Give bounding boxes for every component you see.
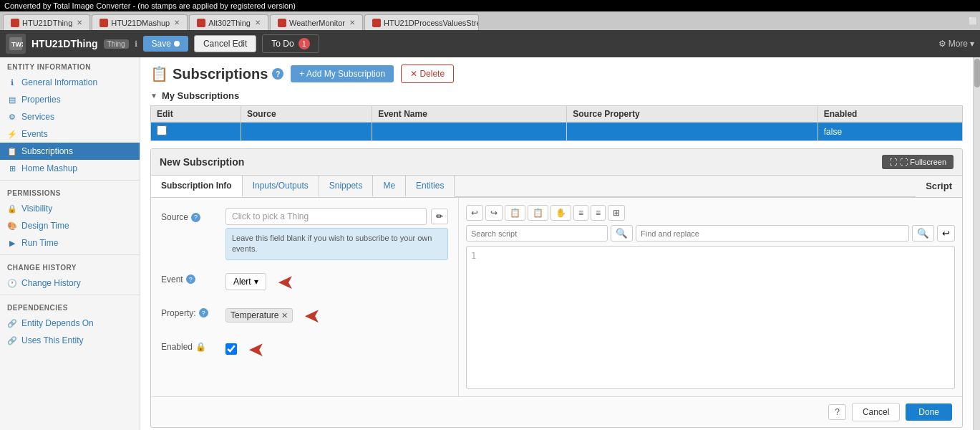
thing-picker[interactable]: Click to pick a Thing (225, 208, 427, 225)
tab-subscription-info[interactable]: Subscription Info (151, 176, 243, 197)
permissions-header: Permissions (0, 183, 140, 200)
script-side: ↩ ↪ 📋 📋 ✋ ≡ ≡ ⊞ 🔍 🔍 (459, 198, 962, 396)
undo-button[interactable]: ↩ (466, 205, 483, 221)
info-icon[interactable]: ℹ (135, 39, 137, 49)
property-red-arrow: ➤ (304, 304, 321, 328)
browser-tabs: HTU21DThing ✕ HTU21DMashup ✕ Alt302Thing… (0, 11, 980, 30)
dependencies-header: Dependencies (0, 298, 140, 315)
property-row: Property: ? Temperature ✕ ➤ (161, 304, 448, 328)
table-row[interactable]: false (151, 123, 963, 141)
tabs-bar: Subscription Info Inputs/Outputs Snippet… (151, 176, 962, 198)
sidebar-item-entity-depends-on[interactable]: 🔗 Entity Depends On (0, 315, 140, 332)
collapse-arrow-icon[interactable]: ▼ (150, 92, 157, 100)
event-help-icon[interactable]: ? (186, 274, 195, 284)
todo-badge: 1 (299, 38, 310, 49)
sidebar-item-run-time[interactable]: ▶ Run Time (0, 234, 140, 252)
page-title: 📋 Subscriptions ? (150, 65, 283, 82)
more-button[interactable]: ⚙ More ▾ (938, 39, 974, 49)
bottom-cancel-button[interactable]: Cancel (852, 403, 900, 421)
subscriptions-help-icon[interactable]: ? (272, 68, 283, 80)
sidebar-item-subscriptions[interactable]: 📋 Subscriptions (0, 143, 140, 160)
fullscreen-button[interactable]: ⛶ ⛶ Fullscreen (882, 155, 954, 169)
source-control: Click to pick a Thing ✏ Leave this field… (225, 208, 448, 260)
sidebar-item-general-information[interactable]: ℹ General Information (0, 74, 140, 91)
delete-button[interactable]: ✕ Delete (401, 64, 454, 83)
sidebar-item-visibility[interactable]: 🔒 Visibility (0, 200, 140, 217)
tab-close-icon[interactable]: ✕ (349, 19, 355, 27)
source-help-icon[interactable]: ? (191, 213, 200, 222)
new-subscription-title: New Subscription (160, 156, 244, 168)
sidebar-label: Subscriptions (21, 146, 73, 156)
sidebar-label: Run Time (21, 238, 58, 248)
tab-inputs-outputs[interactable]: Inputs/Outputs (243, 176, 319, 197)
sidebar-item-events[interactable]: ⚡ Events (0, 125, 140, 143)
converter-banner: Converted by Total Image Converter - (no… (0, 0, 980, 11)
todo-button[interactable]: To Do 1 (262, 34, 319, 53)
sidebar-divider-2 (0, 254, 140, 255)
tab-weathermonitor[interactable]: WeatherMonitor ✕ (270, 14, 363, 30)
tab-close-icon[interactable]: ✕ (174, 19, 180, 27)
hand-button[interactable]: ✋ (550, 205, 571, 221)
cell-source-property (567, 123, 818, 141)
script-toolbar: ↩ ↪ 📋 📋 ✋ ≡ ≡ ⊞ (466, 205, 955, 221)
paste-button[interactable]: 📋 (528, 205, 548, 221)
sidebar-item-services[interactable]: ⚙ Services (0, 108, 140, 125)
enabled-checkbox[interactable] (225, 343, 237, 355)
event-dropdown[interactable]: Alert ▾ (225, 273, 266, 290)
add-subscription-button[interactable]: + Add My Subscription (291, 65, 394, 82)
enabled-row: Enabled 🔒 ➤ (161, 338, 448, 361)
tab-close-icon[interactable]: ✕ (255, 19, 261, 27)
line-number: 1 (471, 251, 476, 261)
tab-htu21dmashup[interactable]: HTU21DMashup ✕ (92, 14, 188, 30)
tab-close-icon[interactable]: ✕ (77, 19, 82, 27)
sidebar-item-uses-this-entity[interactable]: 🔗 Uses This Entity (0, 332, 140, 349)
save-button[interactable]: Save (143, 36, 188, 52)
main-layout: Entity Information ℹ General Information… (0, 57, 980, 430)
tab-alt302thing[interactable]: Alt302Thing ✕ (189, 14, 268, 30)
find-replace-button[interactable]: 🔍 (912, 225, 934, 242)
scrollbar-thumb[interactable] (974, 59, 980, 87)
indent-button[interactable]: ≡ (573, 205, 588, 221)
home-mashup-icon: ⊞ (7, 163, 17, 173)
tab-me[interactable]: Me (373, 176, 406, 197)
event-label: Event ? (161, 270, 218, 285)
tab-favicon (100, 19, 108, 27)
copy-button[interactable]: 📋 (505, 205, 525, 221)
sidebar-item-design-time[interactable]: 🎨 Design Time (0, 217, 140, 234)
sidebar-label: Design Time (21, 221, 69, 231)
row-edit-checkbox[interactable] (157, 125, 167, 135)
tab-processvaluesstream[interactable]: HTU21DProcessValuesStream ✕ (364, 14, 479, 30)
tab-snippets[interactable]: Snippets (319, 176, 374, 197)
find-replace-action-button[interactable]: ↩ (937, 225, 955, 242)
scrollbar[interactable] (973, 57, 980, 430)
tab-label: WeatherMonitor (289, 19, 345, 27)
sidebar-item-properties[interactable]: ▤ Properties (0, 91, 140, 108)
find-replace-input[interactable] (636, 225, 909, 242)
subscriptions-title-icon: 📋 (150, 65, 168, 82)
outdent-button[interactable]: ≡ (591, 205, 606, 221)
cancel-edit-button[interactable]: Cancel Edit (194, 35, 256, 52)
events-icon: ⚡ (7, 129, 17, 139)
grid-button[interactable]: ⊞ (608, 205, 625, 221)
sidebar-item-change-history[interactable]: 🕐 Change History (0, 274, 140, 292)
bottom-help-button[interactable]: ? (828, 404, 846, 420)
script-editor[interactable]: 1 (466, 246, 955, 389)
tab-htu21dthing[interactable]: HTU21DThing ✕ (3, 14, 90, 30)
sidebar-label: General Information (21, 77, 97, 87)
redo-button[interactable]: ↪ (485, 205, 503, 221)
source-edit-button[interactable]: ✏ (431, 209, 448, 224)
search-script-button[interactable]: 🔍 (611, 225, 633, 242)
bottom-done-button[interactable]: Done (906, 403, 952, 421)
property-remove-button[interactable]: ✕ (281, 311, 288, 320)
sidebar-item-home-mashup[interactable]: ⊞ Home Mashup (0, 160, 140, 177)
col-source-property: Source Property (567, 106, 818, 123)
cell-edit (151, 123, 241, 141)
maximize-icon[interactable]: ⬜ (969, 17, 977, 25)
new-subscription-header: New Subscription ⛶ ⛶ Fullscreen (151, 149, 962, 176)
search-script-input[interactable] (466, 225, 608, 242)
tab-entities[interactable]: Entities (406, 176, 455, 197)
sidebar-label: Uses This Entity (21, 335, 83, 345)
tab-favicon (197, 19, 205, 27)
sidebar-label: Home Mashup (21, 163, 77, 173)
property-help-icon[interactable]: ? (199, 308, 208, 317)
